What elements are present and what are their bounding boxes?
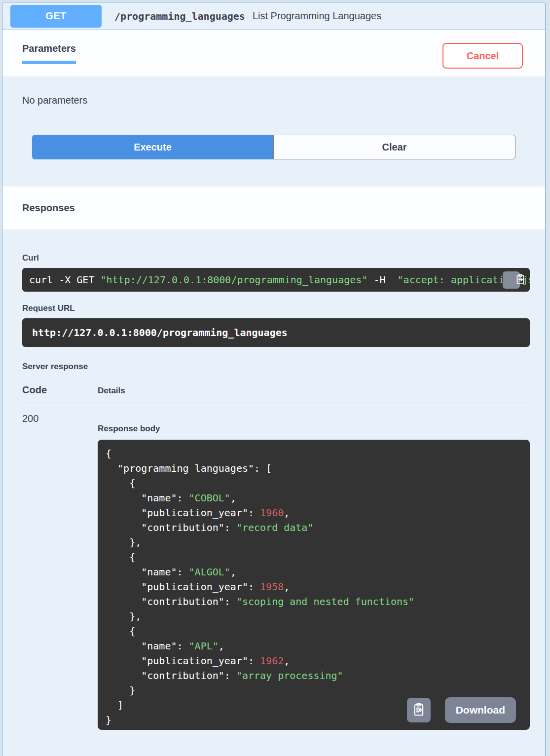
- code-token: {: [106, 448, 111, 459]
- code-column-header: Code: [22, 384, 98, 396]
- code-token: ,: [230, 566, 236, 578]
- code-line: "publication_year": 1958,: [106, 579, 522, 594]
- table-head: Code Details: [22, 384, 530, 396]
- code-line: "publication_year": 1962,: [106, 653, 522, 668]
- code-token: curl -X GET: [29, 274, 101, 286]
- details-column-header: Details: [98, 386, 125, 396]
- curl-label: Curl: [22, 253, 530, 263]
- code-token: ,: [230, 492, 236, 504]
- endpoint-summary: List Programming Languages: [253, 10, 381, 22]
- code-token: },: [106, 610, 141, 622]
- code-token: "publication_year":: [106, 581, 260, 593]
- code-token: {: [106, 551, 135, 563]
- code-line: "name": "APL",: [106, 639, 522, 653]
- clipboard-copy-icon: [411, 702, 426, 718]
- parameters-title: Parameters: [22, 43, 76, 54]
- code-token: ,: [284, 507, 290, 519]
- code-line: "name": "ALGOL",: [106, 565, 522, 579]
- code-line: "programming_languages": [: [106, 461, 522, 476]
- code-token: "array processing": [236, 670, 343, 681]
- code-token: "APL": [189, 640, 219, 652]
- response-body-wrap: { "programming_languages": [ { "name": "…: [98, 440, 530, 730]
- clear-button[interactable]: Clear: [273, 135, 515, 159]
- code-line: {: [106, 550, 522, 565]
- code-line: {: [106, 476, 522, 491]
- code-token: "name":: [106, 640, 189, 652]
- copy-response-button[interactable]: [407, 698, 431, 722]
- code-line: },: [106, 609, 522, 624]
- code-token: "publication_year":: [106, 507, 260, 519]
- code-line: }: [106, 683, 522, 698]
- code-token: "contribution":: [106, 596, 236, 607]
- server-response-label: Server response: [22, 362, 530, 372]
- response-body-label: Response body: [98, 424, 530, 434]
- code-token: }: [106, 714, 111, 726]
- code-line: "contribution": "record data": [106, 520, 522, 535]
- operation-summary[interactable]: GET /programming_languages List Programm…: [2, 2, 545, 30]
- parameters-body: No parameters Execute Clear: [2, 77, 545, 186]
- request-url-text: http://127.0.0.1:8000/programming_langua…: [32, 327, 288, 339]
- parameters-header: Parameters Cancel: [2, 30, 545, 77]
- code-line: "name": "COBOL",: [106, 491, 522, 505]
- response-body-code[interactable]: { "programming_languages": [ { "name": "…: [98, 440, 530, 730]
- code-token: "name":: [106, 492, 189, 504]
- response-details-cell: Response body { "programming_languages":…: [98, 413, 530, 730]
- code-token: "name":: [106, 566, 189, 578]
- response-body-actions: Download: [407, 697, 516, 723]
- download-button[interactable]: Download: [445, 697, 516, 723]
- table-divider: [22, 403, 530, 403]
- code-token: ,: [284, 655, 290, 667]
- clipboard-copy-icon: [496, 268, 526, 292]
- method-badge: GET: [10, 5, 102, 28]
- code-line: {: [106, 624, 522, 639]
- responses-title: Responses: [22, 202, 75, 214]
- responses-header: Responses: [2, 186, 545, 230]
- code-line: "publication_year": 1960,: [106, 505, 522, 520]
- code-token: ,: [219, 640, 224, 652]
- request-url-label: Request URL: [22, 303, 530, 313]
- cancel-button[interactable]: Cancel: [442, 43, 523, 69]
- copy-curl-button[interactable]: [503, 271, 520, 289]
- code-token: "http://127.0.0.1:8000/programming_langu…: [101, 274, 368, 286]
- code-line: },: [106, 535, 522, 550]
- request-url-value: http://127.0.0.1:8000/programming_langua…: [22, 318, 530, 347]
- code-token: 1962: [260, 655, 284, 667]
- code-token: }: [106, 684, 135, 696]
- code-token: "publication_year":: [106, 655, 260, 667]
- code-token: {: [106, 625, 135, 637]
- code-token: ,: [284, 581, 290, 593]
- code-token: "contribution":: [106, 670, 236, 681]
- code-line: {: [106, 446, 522, 461]
- operation-block-get: GET /programming_languages List Programm…: [2, 2, 546, 756]
- code-token: "scoping and nested functions": [236, 596, 414, 607]
- endpoint-path: /programming_languages: [114, 10, 245, 22]
- table-row: 200 Response body { "programming_languag…: [22, 413, 530, 730]
- active-tab-underline: [22, 61, 76, 64]
- code-token: "ALGOL": [189, 566, 230, 578]
- code-token: "programming_languages": [: [106, 462, 272, 474]
- responses-body: Curl curl -X GET "http://127.0.0.1:8000/…: [2, 230, 545, 730]
- code-token: 1960: [260, 507, 284, 519]
- code-token: "COBOL": [189, 492, 230, 504]
- code-token: {: [106, 477, 135, 489]
- server-response-table: Code Details 200 Response body { "progra…: [22, 384, 530, 730]
- code-token: },: [106, 536, 141, 548]
- code-token: "record data": [236, 522, 314, 533]
- status-code: 200: [22, 413, 98, 730]
- tab-parameters[interactable]: Parameters: [17, 37, 81, 64]
- code-token: ]: [106, 699, 123, 711]
- execute-row: Execute Clear: [32, 135, 515, 159]
- code-line: "contribution": "array processing": [106, 668, 522, 683]
- execute-button[interactable]: Execute: [32, 135, 273, 159]
- code-token: "contribution":: [106, 522, 236, 533]
- code-token: 1958: [260, 581, 284, 593]
- no-parameters-text: No parameters: [22, 95, 525, 106]
- code-token: -H: [367, 274, 391, 286]
- code-line: "contribution": "scoping and nested func…: [106, 594, 522, 609]
- curl-command[interactable]: curl -X GET "http://127.0.0.1:8000/progr…: [22, 268, 530, 292]
